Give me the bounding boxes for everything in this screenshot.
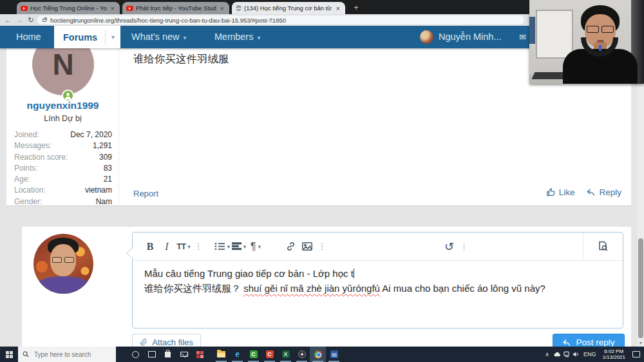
- reply-editor[interactable]: B I TT▾ ⋮ ▾ ▾ ¶▾: [132, 232, 623, 329]
- author-avatar[interactable]: N: [32, 48, 94, 95]
- youtube-favicon: [126, 6, 133, 11]
- network-icon[interactable]: [564, 351, 571, 357]
- stat-row: Messages:1,291: [14, 140, 112, 151]
- align-icon: [232, 242, 242, 251]
- clock-time: 6:02 PM: [602, 348, 625, 354]
- tab-close-icon[interactable]: ×: [219, 5, 225, 12]
- start-button[interactable]: [0, 347, 18, 362]
- editor-text[interactable]: Mẫu câu tiếng Trung giao tiếp cơ bản - L…: [144, 266, 614, 296]
- italic-button[interactable]: I: [158, 237, 175, 256]
- stat-row: Joined:Dec 7, 2020: [14, 129, 112, 140]
- stat-row: Gender:Nam: [14, 196, 112, 207]
- hidden-icons-chevron[interactable]: ∧: [543, 351, 551, 357]
- scrollbar-thumb[interactable]: [638, 238, 643, 338]
- attach-files-button[interactable]: Attach files: [132, 334, 201, 347]
- nav-user-avatar[interactable]: [420, 30, 433, 44]
- app-icon-red-grid[interactable]: [192, 347, 208, 362]
- insert-link-button[interactable]: [282, 237, 299, 256]
- more-options-icon[interactable]: ⋮: [192, 237, 205, 256]
- taskbar-clock[interactable]: 6:02 PM 1/13/2021: [600, 348, 628, 360]
- author-user-title: Lính Dự bị: [6, 114, 119, 123]
- font-size-button[interactable]: TT▾: [175, 237, 192, 256]
- pen: [599, 45, 601, 51]
- camtasia-green-icon[interactable]: C: [245, 347, 261, 362]
- thumbs-up-icon: [546, 187, 556, 197]
- reply-button[interactable]: Reply: [586, 187, 621, 197]
- edge-icon[interactable]: e: [229, 347, 245, 362]
- more-options-icon[interactable]: ⋮: [458, 237, 471, 256]
- avatar-shirt: [37, 276, 89, 294]
- refresh-icon[interactable]: ↻: [26, 15, 36, 25]
- preview-button[interactable]: [583, 233, 623, 261]
- report-link[interactable]: Report: [133, 189, 158, 198]
- insert-image-button[interactable]: [299, 237, 316, 256]
- bold-button[interactable]: B: [142, 237, 158, 256]
- chevron-down-icon: ▾: [184, 34, 187, 41]
- tab-title: Học Tiếng Trung Online - YouTu...: [30, 5, 107, 12]
- nav-home[interactable]: Home: [16, 26, 41, 48]
- new-tab-button[interactable]: +: [350, 2, 362, 14]
- current-user-avatar[interactable]: [33, 234, 93, 294]
- chevron-down-icon[interactable]: ▾: [105, 30, 120, 44]
- nav-forums-label: Forums: [54, 32, 105, 43]
- preview-icon: [598, 241, 609, 252]
- url-text: hoctiengtrungonline.org/threads/hoc-tien…: [50, 17, 286, 24]
- url-field[interactable]: hoctiengtrungonline.org/threads/hoc-tien…: [37, 15, 524, 24]
- browser-tab-1[interactable]: Học Tiếng Trung Online - YouTu... ×: [17, 2, 120, 14]
- camtasia-red-icon[interactable]: C: [261, 347, 278, 362]
- stat-row: Points:83: [14, 163, 112, 174]
- onedrive-cloud-icon[interactable]: [553, 352, 562, 357]
- list-button[interactable]: ▾: [214, 237, 231, 256]
- chevron-down-icon: ▾: [227, 243, 231, 250]
- tab-close-icon[interactable]: ×: [109, 5, 116, 12]
- align-button[interactable]: ▾: [231, 237, 247, 256]
- post-actions: Like Reply: [546, 187, 621, 197]
- stat-row: Reaction score:309: [14, 152, 112, 163]
- excel-icon[interactable]: X: [278, 347, 294, 362]
- clock-date: 1/13/2021: [602, 354, 625, 360]
- scroll-down-arrow[interactable]: ▼: [638, 340, 644, 347]
- back-icon[interactable]: ←: [3, 15, 13, 25]
- chevron-down-icon: ▾: [257, 34, 260, 41]
- image-icon: [302, 242, 312, 251]
- inbox-envelope-icon[interactable]: ✉: [519, 26, 526, 48]
- windows-taskbar: e C C X ∧ ENG 6:02 PM 1/13/2021: [0, 347, 644, 362]
- forward-icon[interactable]: →: [14, 15, 24, 25]
- nav-user-name[interactable]: Nguyễn Minh...: [439, 26, 502, 48]
- tab-close-icon[interactable]: ×: [335, 5, 341, 12]
- youtube-favicon: [21, 6, 28, 11]
- paragraph-format-button[interactable]: ¶▾: [247, 237, 264, 256]
- nav-forums-active[interactable]: Forums ▾: [54, 26, 120, 48]
- chrome-icon[interactable]: [310, 347, 326, 362]
- stat-row: Location:vietnam: [14, 185, 112, 196]
- webcam-overlay: [529, 0, 644, 84]
- lock-icon: [43, 19, 46, 22]
- globe-favicon: [236, 5, 242, 11]
- text-caret: [354, 269, 354, 278]
- browser-tab-3-active[interactable]: (134) Học tiếng Trung cơ bản từ... ×: [232, 2, 345, 14]
- speaker-icon[interactable]: [573, 351, 580, 357]
- photos-icon[interactable]: [326, 347, 342, 362]
- more-options-icon[interactable]: ⋮: [316, 237, 328, 256]
- action-center-icon[interactable]: [632, 351, 640, 357]
- cortana-icon[interactable]: [128, 347, 144, 362]
- browser-tab-2[interactable]: Phát trực tiếp - YouTube Studio ×: [122, 2, 229, 14]
- like-button[interactable]: Like: [546, 187, 575, 197]
- nav-members[interactable]: Members▾: [214, 26, 260, 48]
- store-icon[interactable]: [160, 347, 176, 362]
- author-username[interactable]: nguyenxin1999: [6, 100, 119, 111]
- laptop: [532, 72, 567, 79]
- tab-title: Phát trực tiếp - YouTube Studio: [136, 5, 216, 12]
- post-reply-button[interactable]: Post reply: [553, 334, 625, 347]
- mail-icon[interactable]: [176, 347, 192, 362]
- taskbar-search[interactable]: [18, 347, 116, 362]
- file-explorer-icon[interactable]: [213, 347, 229, 362]
- language-indicator[interactable]: ENG: [582, 351, 598, 357]
- search-input[interactable]: [33, 350, 104, 359]
- undo-button[interactable]: ↺: [441, 237, 458, 256]
- author-stats: Joined:Dec 7, 2020 Messages:1,291 Reacti…: [14, 129, 112, 207]
- task-view-icon[interactable]: [144, 347, 160, 362]
- reply-arrow-icon: [586, 187, 596, 197]
- nav-whats-new[interactable]: What's new▾: [131, 26, 187, 48]
- obs-icon[interactable]: [294, 347, 310, 362]
